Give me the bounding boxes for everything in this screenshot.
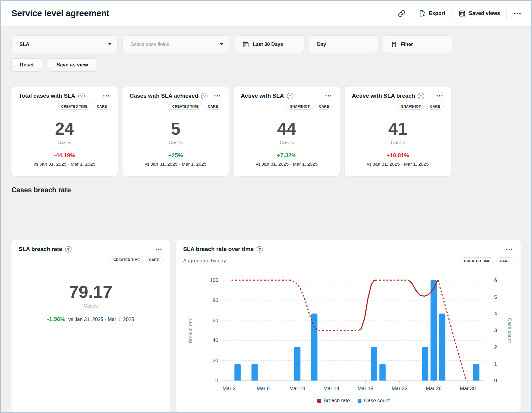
kpi-card-active-with-sla: Active with SLA SNAPSHOTCARE 44 Cases +7…	[234, 87, 340, 176]
kpi-card-total-cases-with-sla: Total cases with SLA CREATED TIMECARE 24…	[11, 87, 118, 176]
kpi-comparison: vs Jan 31, 2025 - Mar 1, 2025	[352, 161, 444, 167]
metric-dropdown[interactable]: SLA	[11, 35, 118, 53]
svg-text:3: 3	[494, 328, 497, 333]
help-icon[interactable]	[78, 93, 85, 99]
legend-label: Case count	[364, 398, 390, 404]
card-title: SLA breach rate over time	[183, 246, 254, 252]
svg-text:4: 4	[494, 311, 497, 317]
kpi-value: 44	[241, 119, 333, 139]
filter-label: Filter	[401, 41, 413, 47]
legend-swatch	[358, 399, 361, 403]
svg-text:100: 100	[210, 277, 218, 283]
help-icon[interactable]	[418, 93, 424, 99]
kpi-value: 5	[130, 119, 222, 139]
help-icon[interactable]	[65, 246, 71, 252]
chart-area: 0204060801000123456Mar 2Mar 6Mar 10Mar 1…	[183, 268, 513, 410]
help-icon[interactable]	[201, 93, 207, 99]
granularity-dropdown[interactable]: Day	[309, 35, 378, 53]
divider	[412, 9, 412, 18]
header-more-menu[interactable]	[513, 11, 522, 15]
card-title: Active with SLA	[241, 93, 284, 99]
svg-text:Breach rate: Breach rate	[188, 317, 193, 343]
legend-label: Breach rate	[324, 398, 350, 404]
badge: CREATED TIME	[58, 103, 91, 110]
case-fields-placeholder: Select case fields	[131, 41, 220, 47]
legend-item-case-count[interactable]: Case count	[358, 398, 390, 404]
section-title-cases-breach-rate: Cases breach rate	[11, 186, 521, 194]
chart-legend: Breach rateCase count	[223, 398, 484, 404]
badge-row: CREATED TIMECARE	[19, 256, 163, 263]
svg-text:0: 0	[494, 378, 497, 384]
kpi-card-cases-with-sla-achieved: Cases with SLA achieved CREATED TIMECARE…	[122, 87, 229, 176]
svg-text:Mar 14: Mar 14	[323, 386, 339, 391]
link-icon[interactable]	[398, 10, 406, 17]
badge-row: SNAPSHOTCARE	[241, 103, 333, 110]
kpi-comparison: vs Jan 31, 2025 - Mar 1, 2025	[130, 161, 222, 167]
calendar-icon	[242, 41, 249, 48]
svg-text:Mar 6: Mar 6	[257, 386, 270, 391]
kpi-unit: Cases	[352, 140, 444, 145]
svg-text:Mar 18: Mar 18	[358, 386, 373, 391]
card-more-menu[interactable]	[435, 94, 444, 98]
kpi-value: 41	[352, 119, 444, 139]
save-as-view-button[interactable]: Save as view	[48, 58, 96, 72]
card-more-menu[interactable]	[102, 94, 110, 98]
card-more-menu[interactable]	[324, 94, 333, 98]
saved-views-label: Saved views	[469, 10, 500, 17]
sla-breach-chart: 0204060801000123456Mar 2Mar 6Mar 10Mar 1…	[183, 268, 507, 410]
kpi-unit: Cases	[241, 140, 333, 145]
granularity-value: Day	[317, 41, 326, 47]
saved-views-button[interactable]: Saved views	[458, 10, 500, 17]
badge: SNAPSHOT	[397, 103, 425, 110]
svg-text:0: 0	[216, 378, 218, 384]
badge-row: CREATED TIMECARE	[19, 103, 110, 110]
kpi-comparison: vs Jan 31, 2025 - Mar 1, 2025	[19, 161, 110, 167]
kpi-unit: Cases	[19, 140, 110, 145]
badge: SNAPSHOT	[286, 103, 313, 110]
kpi-value: 79.17	[19, 282, 163, 302]
date-range-value: Last 30 Days	[253, 41, 283, 47]
kpi-unit: Cases	[19, 303, 163, 309]
badge: CARE	[204, 103, 222, 110]
breach-rate-row: SLA breach rate CREATED TIMECARE 79.17 C…	[11, 240, 521, 412]
legend-item-breach-rate[interactable]: Breach rate	[317, 398, 350, 404]
saved-views-icon	[458, 10, 466, 17]
export-button[interactable]: Export	[419, 10, 445, 17]
sla-breach-rate-over-time-card: SLA breach rate over time Aggregated by …	[176, 240, 521, 412]
sliders-icon	[391, 41, 397, 47]
svg-text:40: 40	[213, 338, 218, 343]
badge-row: SNAPSHOTCARE	[352, 103, 444, 110]
card-more-menu[interactable]	[505, 247, 513, 251]
kpi-unit: Cases	[130, 140, 222, 145]
help-icon[interactable]	[287, 93, 293, 99]
svg-text:20: 20	[213, 358, 218, 363]
card-more-menu[interactable]	[213, 94, 222, 98]
metric-dropdown-value: SLA	[20, 41, 108, 47]
reset-button[interactable]: Reset	[11, 58, 42, 72]
badge: CARE	[427, 103, 444, 110]
badge-row: CREATED TIMECARE	[130, 103, 222, 110]
dashboard-content: SLA Select case fields Last 30 Days Day	[1, 26, 531, 412]
kpi-comparison: vs Jan 31, 2025 - Mar 1, 2025	[241, 161, 333, 167]
kpi-delta: +25%	[130, 152, 222, 159]
kpi-delta: +10.81%	[352, 152, 444, 159]
svg-text:Mar 2: Mar 2	[222, 386, 235, 391]
svg-text:5: 5	[494, 294, 497, 300]
chevron-down-icon	[220, 43, 223, 45]
help-icon[interactable]	[257, 246, 263, 252]
case-fields-dropdown[interactable]: Select case fields	[122, 35, 229, 53]
svg-text:Mar 22: Mar 22	[391, 386, 407, 391]
svg-text:Mar 30: Mar 30	[460, 386, 476, 391]
card-more-menu[interactable]	[154, 247, 163, 251]
badge: CARE	[496, 257, 513, 264]
chart-subtitle: Aggregated by day	[183, 258, 226, 264]
filter-button[interactable]: Filter	[383, 35, 452, 53]
svg-text:80: 80	[213, 298, 218, 303]
svg-text:Case count: Case count	[507, 318, 512, 343]
date-range-picker[interactable]: Last 30 Days	[234, 35, 304, 53]
kpi-delta: +7.32%	[241, 152, 333, 159]
kpi-card-row: Total cases with SLA CREATED TIMECARE 24…	[11, 87, 521, 176]
export-label: Export	[429, 10, 445, 17]
svg-text:Mar 26: Mar 26	[426, 386, 442, 391]
header: Service level agreement Export Saved vie…	[1, 1, 531, 26]
